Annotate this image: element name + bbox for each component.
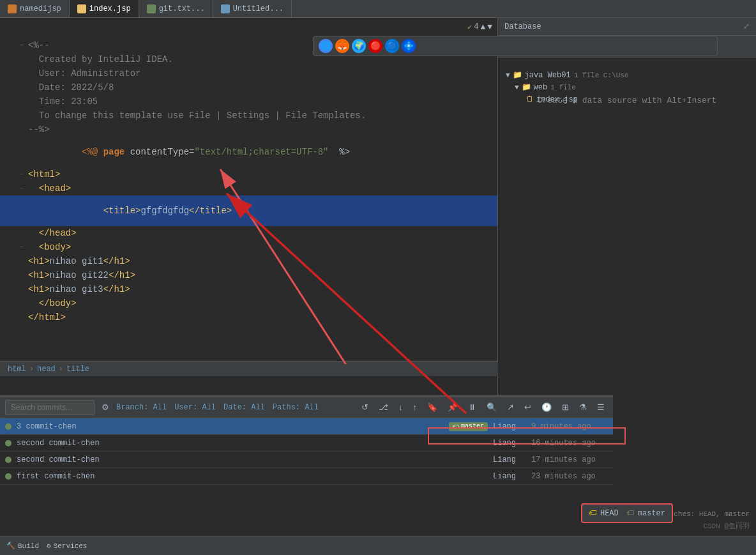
git-layout-btn[interactable]: ⊞	[559, 401, 572, 413]
right-panel-title: Database	[504, 22, 541, 31]
head-label: HEAD	[600, 509, 619, 518]
git-push-btn[interactable]: ↑	[410, 401, 421, 413]
edge-icon[interactable]: 🔵	[385, 39, 399, 53]
code-line-7: --%>	[0, 123, 497, 137]
tab-icon-index-jsp	[77, 4, 86, 13]
tab-untitled[interactable]: Untitled...	[213, 0, 292, 17]
git-undo-btn[interactable]: ↩	[521, 401, 534, 413]
branch-filter-label[interactable]: Branch: All	[116, 403, 167, 412]
commit-msg-2: second commit-chen	[17, 439, 493, 448]
tree-file-index-jsp[interactable]: 🗒 index.jsp	[503, 93, 751, 105]
breadcrumb-html[interactable]: html	[8, 365, 26, 374]
commit-time-4: 23 minutes ago	[531, 472, 608, 481]
build-btn[interactable]: 🔨 Build	[6, 542, 39, 550]
arrow-down-icon[interactable]: ▼	[487, 22, 492, 32]
commit-user-1: Liang	[493, 422, 531, 431]
tree-root[interactable]: ▼ 📁 java Web01 1 file C:\Use	[503, 69, 751, 81]
code-line-10: − <head>	[0, 181, 497, 195]
code-line-8: <%@ page contentType="text/html;charset=…	[0, 137, 497, 167]
code-line-4: Date: 2022/5/8	[0, 80, 497, 95]
tab-label-index-jsp: index.jsp	[89, 4, 131, 13]
commit-user-3: Liang	[493, 455, 531, 464]
commit-row-1[interactable]: 3 commit-chen 🏷 master Liang 9 minutes a…	[0, 418, 613, 435]
tag-icon-1: 🏷	[453, 423, 459, 430]
date-filter-label[interactable]: Date: All	[223, 403, 265, 412]
services-btn[interactable]: ⚙ Services	[47, 542, 87, 550]
tree-sub[interactable]: ▼ 📁 web 1 file	[503, 81, 751, 93]
commit-badge-master: 🏷 master	[449, 422, 488, 431]
git-tag-btn[interactable]: 🔖	[424, 401, 441, 413]
commit-time-2: 16 minutes ago	[531, 439, 608, 448]
git-search-btn[interactable]: 🔍	[483, 401, 500, 413]
right-panel-expand-icon[interactable]: ⤢	[743, 22, 750, 31]
git-settings-btn[interactable]: ⚙	[98, 401, 112, 413]
breadcrumb-head[interactable]: head	[37, 365, 56, 374]
bottom-bar: 🔨 Build ⚙ Services	[0, 536, 756, 555]
git-commits-list: 3 commit-chen 🏷 master Liang 9 minutes a…	[0, 418, 613, 536]
folder-icon: 📁	[513, 70, 522, 80]
git-search-input[interactable]	[5, 400, 94, 415]
code-line-18: </html>	[0, 310, 497, 324]
code-line-6: To change this template use File | Setti…	[0, 109, 497, 123]
commit-dot-3	[5, 457, 11, 463]
git-filter2-btn[interactable]: ⚗	[576, 401, 590, 413]
tree-sub-meta: 1 file	[550, 84, 576, 91]
tab-index-jsp[interactable]: index.jsp	[70, 0, 139, 17]
head-tag-icon: 🏷	[589, 508, 596, 518]
git-expand-btn[interactable]: ↗	[504, 401, 517, 413]
commit-user-4: Liang	[493, 472, 531, 481]
file-tree: ▼ 📁 java Web01 1 file C:\Use ▼ 📁 web 1 f…	[498, 64, 756, 110]
tree-root-meta: 1 file C:\Use	[574, 72, 629, 79]
code-line-16: <h1>nihao git3</h1>	[0, 282, 497, 296]
breadcrumb-sep-2: ›	[59, 365, 63, 374]
master-label: master	[638, 509, 665, 518]
services-icon: ⚙	[47, 542, 51, 550]
git-refresh-btn[interactable]: ↺	[358, 401, 372, 413]
check-count: 4	[474, 22, 478, 31]
paths-filter-label[interactable]: Paths: All	[273, 403, 319, 412]
commit-row-3[interactable]: second commit-chen Liang 17 minutes ago	[0, 452, 613, 468]
chrome-icon[interactable]: 🌐	[319, 39, 333, 53]
editor-top-bar: ✔ 4 ▲ ▼	[0, 18, 497, 36]
git-branch-btn[interactable]: ⎇	[375, 401, 391, 413]
folder-expand-icon: ▼	[506, 72, 510, 79]
tree-sub-label: web	[534, 83, 548, 92]
tab-bar: namedijsp index.jsp git.txt... Untitled.…	[0, 0, 756, 18]
git-commit-btn[interactable]: 📌	[444, 401, 461, 413]
tab-git-txt[interactable]: git.txt...	[139, 0, 213, 17]
arrow-up-icon[interactable]: ▲	[480, 22, 485, 32]
sub-folder-icon: 📁	[522, 82, 531, 92]
commit-time-3: 17 minutes ago	[531, 455, 608, 464]
git-pause-btn[interactable]: ⏸	[465, 401, 480, 413]
tab-namedijsp[interactable]: namedijsp	[0, 0, 70, 17]
git-pull-btn[interactable]: ↓	[395, 401, 406, 413]
csdn-watermark: CSDN @鱼雨羽	[703, 521, 750, 531]
edge2-icon[interactable]: 💠	[402, 39, 416, 53]
file-icon: 🗒	[526, 95, 534, 104]
services-label: Services	[54, 542, 87, 550]
tab-icon-untitled	[221, 4, 230, 13]
user-filter-label[interactable]: User: All	[174, 403, 216, 412]
tab-label-git-txt: git.txt...	[159, 4, 205, 13]
git-more-btn[interactable]: ☰	[594, 401, 608, 413]
tab-icon-namedijsp	[8, 4, 17, 13]
right-panel-header: Database ⤢	[498, 18, 756, 36]
tree-root-label: java Web01	[525, 71, 571, 80]
opera-red-icon[interactable]: 🔴	[368, 39, 382, 53]
commit-row-4[interactable]: first commit-chen Liang 23 minutes ago	[0, 468, 613, 485]
breadcrumb-title[interactable]: title	[66, 365, 89, 374]
commit-dot-2	[5, 440, 11, 446]
tab-icon-git-txt	[147, 4, 156, 13]
commit-row-2[interactable]: second commit-chen Liang 16 minutes ago	[0, 435, 613, 452]
tab-label-namedijsp: namedijsp	[20, 4, 61, 13]
git-clock-btn[interactable]: 🕐	[538, 401, 555, 413]
build-label: Build	[18, 542, 39, 550]
head-master-tooltip: 🏷 HEAD 🏷 master	[581, 503, 673, 523]
opera-icon[interactable]: 🌍	[352, 39, 366, 53]
commit-dot-4	[5, 473, 11, 480]
firefox-icon[interactable]: 🦊	[335, 39, 349, 53]
tab-label-untitled: Untitled...	[233, 4, 284, 13]
code-line-15: <h1>nihao git22</h1>	[0, 268, 497, 282]
code-line-title: <title>gfgfdgfdg</title>	[0, 195, 497, 226]
commit-msg-3: second commit-chen	[17, 455, 493, 464]
